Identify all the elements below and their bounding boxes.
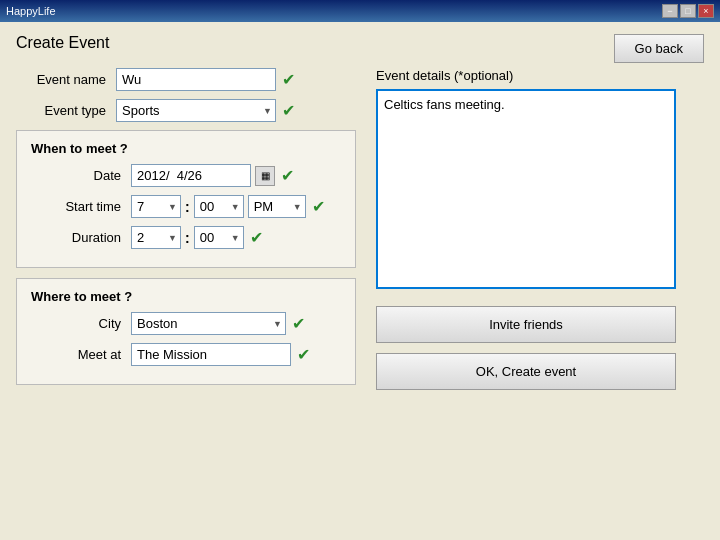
right-panel: Event details (*optional) Celtics fans m… (376, 68, 676, 395)
date-row: Date ▦ ✔ (31, 164, 341, 187)
left-panel: Event name ✔ Event type Sports Social Bu… (16, 68, 356, 395)
close-button[interactable]: × (698, 4, 714, 18)
city-row: City Boston New York Chicago Los Angeles… (31, 312, 341, 335)
dur-hour-wrapper: 1 2 3 4 ▼ (131, 226, 181, 249)
calendar-icon[interactable]: ▦ (255, 166, 275, 186)
date-label: Date (31, 168, 121, 183)
duration-check: ✔ (250, 228, 263, 247)
start-time-label: Start time (31, 199, 121, 214)
city-select[interactable]: Boston New York Chicago Los Angeles (131, 312, 286, 335)
start-hour-select[interactable]: 7 8 9 10 11 12 (131, 195, 181, 218)
event-type-select[interactable]: Sports Social Business Other (116, 99, 276, 122)
ampm-select[interactable]: AM PM (248, 195, 306, 218)
event-name-input[interactable] (116, 68, 276, 91)
event-details-label: Event details (*optional) (376, 68, 676, 83)
date-input[interactable] (131, 164, 251, 187)
event-details-textarea[interactable]: Celtics fans meeting. (376, 89, 676, 289)
time-colon-2: : (185, 230, 190, 246)
start-time-check: ✔ (312, 197, 325, 216)
date-field: ▦ (131, 164, 275, 187)
meet-at-check: ✔ (297, 345, 310, 364)
duration-fields: 1 2 3 4 ▼ : 00 15 30 (131, 226, 244, 249)
city-check: ✔ (292, 314, 305, 333)
maximize-button[interactable]: □ (680, 4, 696, 18)
action-buttons: Invite friends OK, Create event (376, 306, 676, 390)
main-content: Create Event Go back Event name ✔ Event … (0, 22, 720, 540)
event-type-check: ✔ (282, 101, 295, 120)
event-name-row: Event name ✔ (16, 68, 356, 91)
page-title: Create Event (16, 34, 109, 52)
where-to-meet-title: Where to meet ? (31, 289, 341, 304)
city-label: City (31, 316, 121, 331)
duration-row: Duration 1 2 3 4 ▼ : (31, 226, 341, 249)
start-time-row: Start time 7 8 9 10 11 12 ▼ (31, 195, 341, 218)
event-type-row: Event type Sports Social Business Other … (16, 99, 356, 122)
start-min-select[interactable]: 00 15 30 45 (194, 195, 244, 218)
header-row: Create Event Go back (16, 34, 704, 64)
event-name-label: Event name (16, 72, 106, 87)
time-colon-1: : (185, 199, 190, 215)
event-name-check: ✔ (282, 70, 295, 89)
dur-min-wrapper: 00 15 30 45 ▼ (194, 226, 244, 249)
ampm-wrapper: AM PM ▼ (248, 195, 306, 218)
where-to-meet-section: Where to meet ? City Boston New York Chi… (16, 278, 356, 385)
create-event-button[interactable]: OK, Create event (376, 353, 676, 390)
when-to-meet-title: When to meet ? (31, 141, 341, 156)
window-controls: − □ × (662, 4, 714, 18)
start-hour-wrapper: 7 8 9 10 11 12 ▼ (131, 195, 181, 218)
event-type-label: Event type (16, 103, 106, 118)
city-wrapper: Boston New York Chicago Los Angeles ▼ (131, 312, 286, 335)
title-bar: HappyLife − □ × (0, 0, 720, 22)
invite-friends-button[interactable]: Invite friends (376, 306, 676, 343)
app-title: HappyLife (6, 5, 662, 17)
go-back-button[interactable]: Go back (614, 34, 704, 63)
meet-at-row: Meet at ✔ (31, 343, 341, 366)
meet-at-input[interactable] (131, 343, 291, 366)
when-to-meet-section: When to meet ? Date ▦ ✔ Start time (16, 130, 356, 268)
event-type-wrapper: Sports Social Business Other ▼ (116, 99, 276, 122)
meet-at-label: Meet at (31, 347, 121, 362)
duration-label: Duration (31, 230, 121, 245)
dur-hour-select[interactable]: 1 2 3 4 (131, 226, 181, 249)
start-min-wrapper: 00 15 30 45 ▼ (194, 195, 244, 218)
dur-min-select[interactable]: 00 15 30 45 (194, 226, 244, 249)
date-check: ✔ (281, 166, 294, 185)
minimize-button[interactable]: − (662, 4, 678, 18)
start-time-fields: 7 8 9 10 11 12 ▼ : 00 (131, 195, 306, 218)
